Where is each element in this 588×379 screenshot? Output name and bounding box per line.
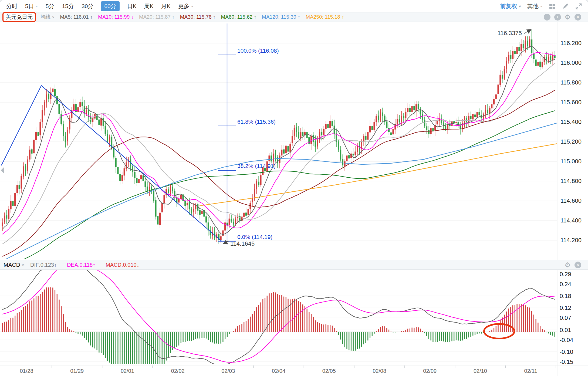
svg-text:38.2% (114.91): 38.2% (114.91)	[237, 163, 276, 169]
svg-text:-0.04: -0.04	[560, 337, 573, 343]
svg-text:02/08: 02/08	[373, 368, 386, 374]
price-and-macd-chart-canvas[interactable]: 116.200116.000115.800115.600115.400115.2…	[0, 0, 588, 379]
svg-text:02/09: 02/09	[423, 368, 437, 374]
scroll-left-icon[interactable]	[1, 167, 4, 173]
svg-text:0.01: 0.01	[560, 327, 571, 333]
svg-text:114.600: 114.600	[560, 197, 582, 204]
chevron-down-icon: ∨	[22, 263, 24, 266]
svg-text:115.000: 115.000	[560, 158, 582, 165]
svg-text:115.400: 115.400	[560, 119, 582, 125]
svg-text:02/05: 02/05	[322, 368, 336, 374]
macd-histogram[interactable]	[2, 287, 555, 364]
svg-text:0.0% (114.19): 0.0% (114.19)	[237, 234, 272, 240]
macd-indicator-dropdown[interactable]: MACD∨	[4, 262, 24, 268]
svg-text:114.200: 114.200	[560, 237, 582, 243]
svg-text:100.0% (116.08): 100.0% (116.08)	[237, 48, 279, 54]
svg-text:114.800: 114.800	[560, 178, 582, 184]
main-gridlines: 116.200116.000115.800115.600115.400115.2…	[0, 40, 582, 243]
svg-text:-0.10: -0.10	[560, 348, 573, 355]
svg-text:02/03: 02/03	[221, 368, 235, 374]
macd-cross-highlight-circle	[484, 324, 514, 339]
macd-gridlines: 0.290.240.180.120.070.01-0.04-0.10-0.15	[0, 271, 573, 365]
svg-text:02/01: 02/01	[121, 368, 134, 374]
svg-text:116.000: 116.000	[560, 59, 582, 66]
macd-values: DIF:0.123↑DEA:0.118↑MACD:0.010↓	[30, 262, 139, 268]
svg-text:01/29: 01/29	[70, 368, 84, 374]
macd-value-2: MACD:0.010↓	[106, 262, 139, 268]
svg-text:116.3375: 116.3375	[498, 30, 522, 36]
svg-text:114.1645: 114.1645	[230, 240, 255, 247]
svg-text:0.18: 0.18	[560, 293, 571, 299]
settings-gear-icon[interactable]: ⚙	[565, 262, 571, 268]
price-extreme-annotations: 116.3375114.1645	[224, 30, 531, 247]
svg-text:01/28: 01/28	[20, 368, 33, 374]
svg-text:02/10: 02/10	[474, 368, 487, 374]
svg-text:115.800: 115.800	[560, 79, 582, 86]
svg-text:61.8% (115.36): 61.8% (115.36)	[237, 119, 276, 125]
svg-text:0.07: 0.07	[560, 314, 571, 321]
svg-text:115.600: 115.600	[560, 99, 582, 106]
svg-text:114.400: 114.400	[560, 217, 582, 224]
macd-value-0: DIF:0.123↑	[30, 262, 57, 268]
svg-text:0.24: 0.24	[560, 281, 571, 287]
svg-text:-0.15: -0.15	[560, 358, 573, 365]
svg-text:02/02: 02/02	[171, 368, 185, 374]
svg-text:0.12: 0.12	[560, 304, 571, 311]
candlestick-layer[interactable]	[2, 30, 555, 244]
macd-icons: ⚙ ×	[565, 262, 581, 268]
chart-window: 分时5日∨5分15分30分60分日K周K月K更多∨ 前复权∨ 其他∨ 美元兑日元…	[0, 0, 588, 379]
svg-text:02/04: 02/04	[272, 368, 285, 374]
macd-header: MACD∨ DIF:0.123↑DEA:0.118↑MACD:0.010↓ ⚙ …	[0, 260, 588, 270]
svg-text:02/11: 02/11	[524, 368, 537, 374]
fibonacci-annotation[interactable]: 100.0% (116.08)61.8% (115.36)38.2% (114.…	[1, 23, 279, 245]
close-icon[interactable]: ×	[575, 262, 581, 268]
moving-average-lines	[0, 46, 557, 266]
svg-text:115.200: 115.200	[560, 138, 582, 145]
svg-text:0.29: 0.29	[560, 271, 571, 278]
macd-title-label: MACD	[4, 262, 20, 268]
svg-text:116.200: 116.200	[560, 40, 582, 46]
macd-value-1: DEA:0.118↑	[67, 262, 95, 268]
